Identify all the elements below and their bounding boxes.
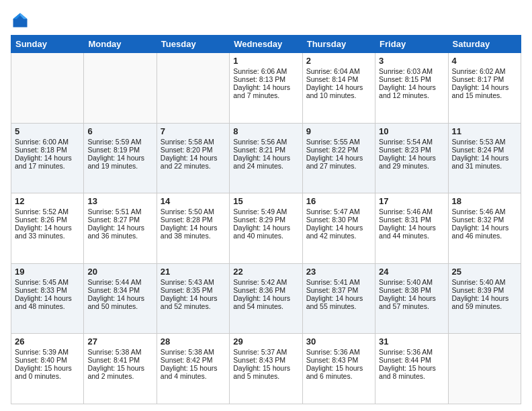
sunset: Sunset: 8:13 PM (233, 75, 285, 83)
sunrise: Sunrise: 5:52 AM (15, 208, 69, 216)
sunset: Sunset: 8:18 PM (15, 146, 67, 154)
daylight: Daylight: 15 hours and 6 minutes. (306, 364, 363, 380)
calendar-cell: 10 Sunrise: 5:54 AM Sunset: 8:23 PM Dayl… (375, 123, 448, 193)
sunset: Sunset: 8:26 PM (15, 216, 67, 224)
day-number: 29 (233, 336, 298, 347)
sunset: Sunset: 8:36 PM (233, 286, 285, 294)
sunrise: Sunrise: 5:41 AM (306, 278, 360, 286)
calendar-cell: 8 Sunrise: 5:56 AM Sunset: 8:21 PM Dayli… (230, 123, 302, 193)
day-header-monday: Monday (84, 36, 157, 53)
daylight: Daylight: 14 hours and 22 minutes. (161, 154, 218, 170)
sunset: Sunset: 8:29 PM (233, 216, 285, 224)
day-header-saturday: Saturday (448, 36, 521, 53)
day-number: 23 (306, 267, 371, 277)
day-number: 30 (306, 336, 371, 347)
day-number: 31 (379, 336, 444, 347)
sunset: Sunset: 8:39 PM (452, 286, 504, 294)
daylight: Daylight: 15 hours and 5 minutes. (233, 364, 290, 380)
sunrise: Sunrise: 6:00 AM (15, 138, 69, 146)
sunset: Sunset: 8:33 PM (15, 286, 67, 294)
day-header-sunday: Sunday (11, 36, 84, 53)
sunrise: Sunrise: 5:53 AM (452, 138, 506, 146)
day-number: 1 (233, 56, 298, 66)
calendar-cell: 5 Sunrise: 6:00 AM Sunset: 8:18 PM Dayli… (11, 123, 84, 193)
calendar-table: SundayMondayTuesdayWednesdayThursdayFrid… (11, 35, 521, 404)
week-row-4: 19 Sunrise: 5:45 AM Sunset: 8:33 PM Dayl… (11, 263, 521, 334)
calendar-cell: 4 Sunrise: 6:02 AM Sunset: 8:17 PM Dayli… (448, 53, 521, 124)
sunset: Sunset: 8:31 PM (379, 216, 431, 224)
calendar-cell: 25 Sunrise: 5:40 AM Sunset: 8:39 PM Dayl… (448, 263, 521, 334)
sunrise: Sunrise: 6:04 AM (306, 67, 360, 75)
day-number: 25 (452, 267, 517, 277)
day-header-thursday: Thursday (302, 36, 375, 53)
sunset: Sunset: 8:28 PM (161, 216, 213, 224)
week-row-5: 26 Sunrise: 5:39 AM Sunset: 8:40 PM Dayl… (11, 334, 521, 404)
calendar-cell: 23 Sunrise: 5:41 AM Sunset: 8:37 PM Dayl… (302, 263, 375, 334)
day-number: 2 (306, 56, 371, 66)
daylight: Daylight: 14 hours and 46 minutes. (452, 224, 509, 240)
day-number: 26 (15, 336, 80, 347)
week-row-2: 5 Sunrise: 6:00 AM Sunset: 8:18 PM Dayli… (11, 123, 521, 193)
day-number: 18 (452, 196, 517, 206)
day-number: 22 (233, 267, 298, 277)
daylight: Daylight: 14 hours and 7 minutes. (233, 83, 290, 99)
sunrise: Sunrise: 5:47 AM (306, 208, 360, 216)
day-number: 16 (306, 196, 371, 206)
sunrise: Sunrise: 5:39 AM (15, 348, 69, 356)
calendar-cell: 30 Sunrise: 5:36 AM Sunset: 8:43 PM Dayl… (302, 334, 375, 404)
daylight: Daylight: 14 hours and 17 minutes. (15, 154, 72, 170)
calendar-cell: 9 Sunrise: 5:55 AM Sunset: 8:22 PM Dayli… (302, 123, 375, 193)
calendar-cell: 24 Sunrise: 5:40 AM Sunset: 8:38 PM Dayl… (375, 263, 448, 334)
day-number: 7 (161, 126, 226, 136)
calendar-cell: 21 Sunrise: 5:43 AM Sunset: 8:35 PM Dayl… (157, 263, 229, 334)
daylight: Daylight: 14 hours and 50 minutes. (87, 294, 144, 310)
sunrise: Sunrise: 6:02 AM (452, 67, 506, 75)
sunrise: Sunrise: 5:59 AM (87, 138, 141, 146)
daylight: Daylight: 14 hours and 38 minutes. (161, 224, 218, 240)
calendar-cell: 26 Sunrise: 5:39 AM Sunset: 8:40 PM Dayl… (11, 334, 84, 404)
sunrise: Sunrise: 5:38 AM (161, 348, 214, 356)
sunrise: Sunrise: 5:42 AM (233, 278, 287, 286)
calendar-cell: 20 Sunrise: 5:44 AM Sunset: 8:34 PM Dayl… (84, 263, 157, 334)
calendar-cell: 7 Sunrise: 5:58 AM Sunset: 8:20 PM Dayli… (157, 123, 229, 193)
day-header-wednesday: Wednesday (230, 36, 302, 53)
daylight: Daylight: 14 hours and 19 minutes. (87, 154, 144, 170)
header (11, 11, 521, 30)
sunset: Sunset: 8:42 PM (161, 356, 213, 364)
sunset: Sunset: 8:14 PM (306, 75, 359, 83)
daylight: Daylight: 14 hours and 12 minutes. (379, 83, 436, 99)
calendar-cell: 2 Sunrise: 6:04 AM Sunset: 8:14 PM Dayli… (302, 53, 375, 124)
sunrise: Sunrise: 5:44 AM (87, 278, 141, 286)
daylight: Daylight: 14 hours and 15 minutes. (452, 83, 509, 99)
daylight: Daylight: 14 hours and 42 minutes. (306, 224, 363, 240)
sunrise: Sunrise: 5:51 AM (87, 208, 141, 216)
sunrise: Sunrise: 5:58 AM (161, 138, 214, 146)
day-number: 8 (233, 126, 298, 136)
daylight: Daylight: 15 hours and 0 minutes. (15, 364, 72, 380)
calendar-cell (84, 53, 157, 124)
calendar-cell (448, 334, 521, 404)
sunrise: Sunrise: 5:43 AM (161, 278, 214, 286)
sunrise: Sunrise: 5:37 AM (233, 348, 287, 356)
sunrise: Sunrise: 5:49 AM (233, 208, 287, 216)
sunset: Sunset: 8:22 PM (306, 146, 359, 154)
calendar-cell: 3 Sunrise: 6:03 AM Sunset: 8:15 PM Dayli… (375, 53, 448, 124)
sunrise: Sunrise: 5:54 AM (379, 138, 433, 146)
day-number: 6 (87, 126, 152, 136)
daylight: Daylight: 14 hours and 59 minutes. (452, 294, 509, 310)
calendar-cell: 31 Sunrise: 5:36 AM Sunset: 8:44 PM Dayl… (375, 334, 448, 404)
sunset: Sunset: 8:43 PM (233, 356, 285, 364)
sunset: Sunset: 8:24 PM (452, 146, 504, 154)
page: SundayMondayTuesdayWednesdayThursdayFrid… (0, 0, 532, 411)
sunrise: Sunrise: 5:46 AM (379, 208, 433, 216)
daylight: Daylight: 15 hours and 2 minutes. (87, 364, 144, 380)
daylight: Daylight: 14 hours and 27 minutes. (306, 154, 363, 170)
daylight: Daylight: 14 hours and 52 minutes. (161, 294, 218, 310)
sunset: Sunset: 8:44 PM (379, 356, 431, 364)
daylight: Daylight: 15 hours and 4 minutes. (161, 364, 218, 380)
sunrise: Sunrise: 5:55 AM (306, 138, 360, 146)
daylight: Daylight: 14 hours and 44 minutes. (379, 224, 436, 240)
sunset: Sunset: 8:23 PM (379, 146, 431, 154)
day-number: 12 (15, 196, 80, 206)
calendar-cell: 17 Sunrise: 5:46 AM Sunset: 8:31 PM Dayl… (375, 193, 448, 264)
